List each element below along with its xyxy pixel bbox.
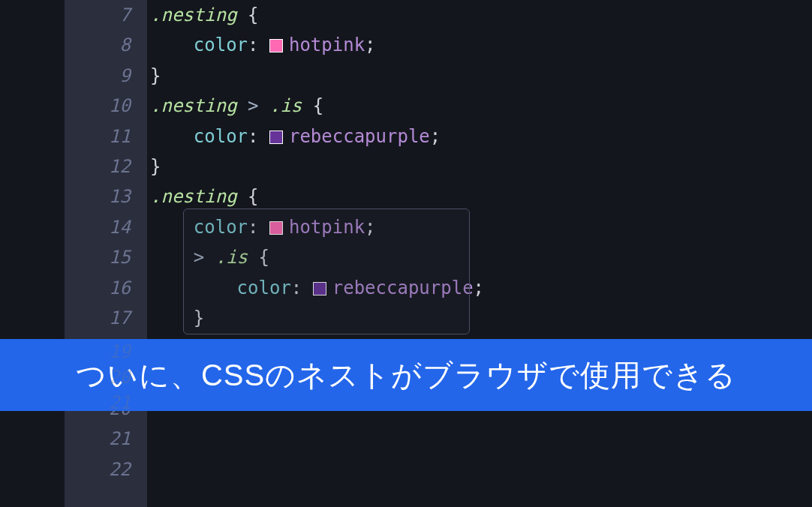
token-punc: :: [248, 34, 258, 56]
token-brace: {: [248, 4, 258, 26]
token-sel: .nesting: [150, 95, 237, 116]
code-line[interactable]: [150, 424, 812, 454]
code-line[interactable]: }: [150, 152, 812, 182]
line-number: 11: [65, 122, 131, 152]
token-punc: :: [291, 278, 302, 298]
color-swatch-icon: [269, 39, 283, 52]
headline-banner-text: ついに、CSSのネストがブラウザで使用できる: [76, 362, 736, 388]
token-punc: :: [248, 126, 258, 147]
code-line[interactable]: }: [150, 61, 812, 91]
code-area[interactable]: .nesting { color: hotpink;}.nesting > .i…: [147, 0, 812, 507]
line-number: 15: [65, 242, 131, 272]
line-number: 9: [65, 61, 131, 91]
code-editor[interactable]: 78910111213141516171819202122 .nesting {…: [0, 0, 812, 507]
color-swatch-icon: [313, 282, 326, 296]
code-line[interactable]: color: rebeccapurple;: [150, 122, 812, 152]
token-sel: .nesting: [150, 186, 237, 207]
token-prop: color: [194, 34, 248, 56]
line-number-gutter: 78910111213141516171819202122: [65, 0, 147, 507]
code-line[interactable]: color: rebeccapurple;: [150, 273, 812, 303]
color-swatch-icon: [269, 130, 283, 144]
headline-banner: ついに、CSSのネストがブラウザで使用できる: [0, 339, 812, 411]
line-number: 12: [65, 152, 131, 182]
token-sel: .is: [269, 95, 302, 116]
token-punc: ;: [365, 34, 375, 56]
line-number: 17: [65, 303, 131, 333]
token-brace: }: [150, 65, 161, 86]
line-number: 7: [65, 0, 131, 30]
token-punc: ;: [474, 278, 484, 298]
token-val: hotpink: [289, 217, 365, 238]
line-number: 14: [65, 212, 131, 242]
token-brace: {: [259, 247, 269, 268]
line-number: 13: [65, 182, 131, 212]
token-val: hotpink: [289, 34, 365, 56]
token-sel: .nesting: [150, 4, 237, 26]
line-number: 22: [65, 454, 131, 484]
line-number: 10: [65, 91, 131, 121]
line-number: 21: [65, 424, 131, 454]
token-brace: }: [194, 308, 204, 328]
code-line[interactable]: > .is {: [150, 242, 812, 272]
line-number: 16: [65, 273, 131, 303]
token-punc: ;: [365, 217, 375, 238]
token-combi: >: [248, 95, 258, 116]
code-line[interactable]: .nesting {: [150, 0, 812, 30]
token-val: rebeccapurple: [332, 278, 474, 298]
token-combi: >: [194, 247, 204, 268]
token-punc: :: [248, 217, 258, 238]
token-prop: color: [194, 217, 248, 238]
code-line[interactable]: color: hotpink;: [150, 212, 812, 242]
token-punc: ;: [430, 126, 441, 147]
code-line[interactable]: }: [150, 303, 812, 333]
token-prop: color: [194, 126, 248, 147]
breakpoint-gutter[interactable]: [0, 0, 65, 507]
token-brace: {: [248, 186, 258, 207]
code-line[interactable]: color: hotpink;: [150, 30, 812, 60]
code-line[interactable]: .nesting {: [150, 182, 812, 212]
token-val: rebeccapurple: [289, 126, 430, 147]
color-swatch-icon: [269, 221, 283, 235]
line-number: 8: [65, 30, 131, 60]
code-line[interactable]: [150, 454, 812, 484]
token-brace: {: [313, 95, 323, 116]
code-line[interactable]: .nesting > .is {: [150, 91, 812, 121]
token-brace: }: [150, 156, 161, 177]
token-sel: .is: [215, 247, 248, 268]
token-prop: color: [237, 278, 291, 298]
